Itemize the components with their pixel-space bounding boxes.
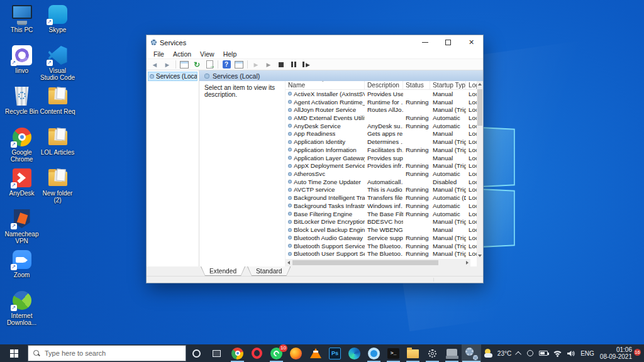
taskbar-app-button[interactable] <box>423 344 442 362</box>
table-row[interactable]: AMD External Events Utility Running Auto… <box>286 114 477 122</box>
play[interactable] <box>264 60 274 69</box>
table-row[interactable]: Bluetooth Audio Gateway Se… Service supp… <box>286 234 477 242</box>
clock[interactable]: 01:06 08-09-2021 <box>600 346 632 360</box>
taskbar-app-button[interactable] <box>247 344 267 362</box>
taskbar-app-button[interactable]: 10 <box>267 344 286 362</box>
taskbar-app-button[interactable] <box>403 344 423 362</box>
minimize-button[interactable] <box>413 35 436 50</box>
weather-widget[interactable]: 23°C <box>484 349 511 358</box>
table-row[interactable]: Base Filtering Engine The Base Filt… Run… <box>286 210 477 218</box>
menu-item[interactable]: View <box>196 50 219 58</box>
desktop-icon[interactable]: ↗ Google Chrome <box>4 126 40 167</box>
view-tab[interactable]: Standard <box>247 266 291 276</box>
taskbar-app-button[interactable]: Ps <box>325 344 345 362</box>
table-row[interactable]: AllJoyn Router Service Routes AllJo… Man… <box>286 106 477 114</box>
table-row[interactable]: AtherosSvc Running Automatic Loc <box>286 170 477 178</box>
play-light[interactable] <box>251 60 261 69</box>
scroll-left-icon[interactable] <box>286 259 292 266</box>
taskbar-app-button[interactable] <box>364 344 384 362</box>
taskbar-search-input[interactable]: Type here to search <box>28 345 186 361</box>
taskbar-app-button[interactable] <box>306 344 325 362</box>
show-tree[interactable] <box>179 60 189 69</box>
table-row[interactable]: Bluetooth Support Service The Bluetoo… R… <box>286 242 477 250</box>
taskbar-app-button[interactable] <box>462 344 481 362</box>
desktop-icon[interactable]: ↗ LOL Articles <box>40 126 75 167</box>
desktop-icon[interactable]: ↗ Skype <box>40 4 75 45</box>
pause[interactable] <box>289 60 299 69</box>
desktop-icon[interactable]: ↗ This PC <box>4 4 40 45</box>
taskbar-app-button[interactable] <box>286 344 306 362</box>
table-row[interactable]: Background Tasks Infrastruc… Windows inf… <box>286 202 477 210</box>
cortana-button[interactable] <box>186 344 206 362</box>
column-header-status[interactable]: Status <box>403 81 430 89</box>
service-gear-icon <box>288 116 292 120</box>
table-row[interactable]: App Readiness Gets apps re… Manual Loc <box>286 130 477 138</box>
menu-item[interactable]: Help <box>219 50 242 58</box>
table-row[interactable]: Agent Activation Runtime_1… Runtime for … <box>286 98 477 106</box>
table-row[interactable]: AnyDesk Service AnyDesk su… Running Auto… <box>286 122 477 130</box>
table-row[interactable]: Block Level Backup Engine S… The WBENGI…… <box>286 226 477 234</box>
battery-icon[interactable] <box>539 351 548 356</box>
start-button[interactable] <box>0 344 28 362</box>
table-row[interactable]: AVCTP service This is Audio… Running Man… <box>286 186 477 194</box>
table-row[interactable]: Application Layer Gateway S… Provides su… <box>286 154 477 162</box>
forward[interactable] <box>162 60 172 69</box>
desktop-icon[interactable]: ↗ Internet Downloa... <box>4 290 40 331</box>
maximize-button[interactable] <box>436 35 460 50</box>
sep[interactable] <box>218 60 218 69</box>
taskbar-app-button[interactable] <box>442 344 462 362</box>
tree-item-services-local[interactable]: Services (Local) <box>148 72 197 81</box>
desktop-icon[interactable]: ↗ Recycle Bin <box>4 85 40 126</box>
column-header-description[interactable]: Description <box>365 81 403 89</box>
stop[interactable] <box>276 60 286 69</box>
taskbar-app-button[interactable]: >_ <box>384 344 403 362</box>
view-tab[interactable]: Extended <box>201 266 245 276</box>
sep[interactable] <box>175 60 176 69</box>
table-row[interactable]: AppX Deployment Service (A… Provides inf… <box>286 162 477 170</box>
column-header-startup-type[interactable]: Startup Type <box>430 81 466 89</box>
desktop-icon[interactable]: ↗ Content Req <box>40 85 75 126</box>
task-view-button[interactable] <box>206 344 226 362</box>
table-row[interactable]: Bluetooth User Support Serv… The Bluetoo… <box>286 250 477 258</box>
horizontal-scrollbar[interactable] <box>286 259 470 266</box>
taskbar-app-button[interactable] <box>345 344 364 362</box>
scroll-right-icon[interactable] <box>464 259 470 266</box>
title-bar[interactable]: Services ✕ <box>147 35 483 50</box>
restart[interactable] <box>301 60 311 69</box>
table-row[interactable]: Auto Time Zone Updater Automaticall… Dis… <box>286 178 477 186</box>
desktop-icon[interactable]: ↗ Namecheap VPN <box>4 208 40 249</box>
wifi-icon[interactable] <box>553 350 562 357</box>
export[interactable] <box>204 60 214 69</box>
vertical-scroll-thumb[interactable] <box>477 89 482 126</box>
vertical-scrollbar[interactable] <box>477 81 483 259</box>
desktop-icon[interactable]: ↗ AnyDesk <box>4 167 40 208</box>
desktop-icon[interactable]: ↗ New folder (2) <box>40 167 75 208</box>
scroll-down-icon[interactable] <box>477 253 483 259</box>
column-header-log-on-as[interactable]: Log <box>466 81 477 89</box>
column-header-name[interactable]: Name <box>286 81 365 89</box>
close-button[interactable]: ✕ <box>460 35 483 50</box>
table-row[interactable]: Application Identity Determines … Manual… <box>286 138 477 146</box>
menu-item[interactable]: Action <box>169 50 196 58</box>
horizontal-scroll-thumb[interactable] <box>292 260 438 265</box>
back[interactable] <box>150 60 160 69</box>
desktop-icon[interactable]: ↗ Visual Studio Code <box>40 45 75 85</box>
desktop-icon[interactable]: ↗ Zoom <box>4 249 40 290</box>
refresh[interactable] <box>192 60 202 69</box>
sep[interactable] <box>247 60 248 69</box>
desktop-icon[interactable]: ↗ Iinvo <box>4 45 40 85</box>
taskbar-app-button[interactable] <box>228 344 247 362</box>
table-row[interactable]: BitLocker Drive Encryption S… BDESVC hos… <box>286 218 477 226</box>
volume-icon[interactable] <box>567 350 575 357</box>
table-row[interactable]: Background Intelligent Tran… Transfers f… <box>286 194 477 202</box>
scroll-up-icon[interactable] <box>477 81 483 87</box>
menu-item[interactable]: File <box>149 50 169 58</box>
properties[interactable] <box>234 60 244 69</box>
help[interactable] <box>221 60 231 69</box>
tray-app-icon[interactable] <box>527 350 533 356</box>
table-row[interactable]: Application Information Facilitates th… … <box>286 146 477 154</box>
services-window: Services ✕ File Action View Help <box>146 35 484 283</box>
language-indicator[interactable]: ENG <box>580 350 594 357</box>
table-row[interactable]: ActiveX Installer (AxInstSV) Provides Us… <box>286 90 477 98</box>
show-hidden-icons-chevron[interactable] <box>515 351 521 357</box>
